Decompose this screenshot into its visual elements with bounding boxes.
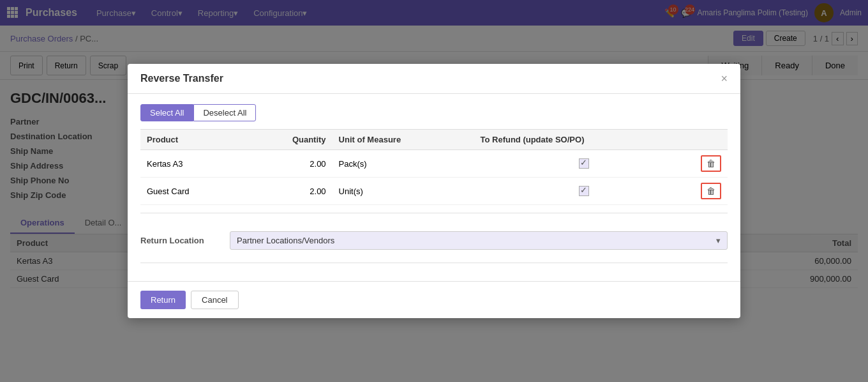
modal-col-qty: Quantity xyxy=(244,130,332,150)
modal-title: Reverse Transfer xyxy=(140,73,223,84)
divider-2 xyxy=(140,263,728,263)
refund-checkbox[interactable] xyxy=(579,186,589,196)
delete-row-button[interactable]: 🗑 xyxy=(701,155,721,172)
modal-cell-refund xyxy=(474,150,694,178)
return-location-select[interactable]: Partner Locations/Vendors ▾ xyxy=(230,231,728,250)
modal-cell-delete: 🗑 xyxy=(694,150,728,178)
modal-cell-refund xyxy=(474,178,694,205)
modal-col-uom: Unit of Measure xyxy=(333,130,474,150)
modal-cancel-button[interactable]: Cancel xyxy=(191,291,238,309)
modal-cell-product: Kertas A3 xyxy=(140,150,244,178)
modal-table-row: Guest Card 2.00 Unit(s) 🗑 xyxy=(140,178,728,205)
refund-checkbox[interactable] xyxy=(579,158,589,169)
modal-table-row: Kertas A3 2.00 Pack(s) 🗑 xyxy=(140,150,728,178)
modal-cell-uom: Pack(s) xyxy=(333,150,474,178)
select-all-button[interactable]: Select All xyxy=(140,104,193,121)
modal-col-refund: To Refund (update SO/PO) xyxy=(474,130,694,150)
modal-items-table: Product Quantity Unit of Measure To Refu… xyxy=(140,129,728,205)
return-location-label: Return Location xyxy=(140,236,217,245)
return-location-row: Return Location Partner Locations/Vendor… xyxy=(140,221,728,255)
select-btn-group: Select All Deselect All xyxy=(140,104,728,121)
modal-overlay[interactable]: Reverse Transfer × Select All Deselect A… xyxy=(0,0,868,382)
reverse-transfer-modal: Reverse Transfer × Select All Deselect A… xyxy=(128,64,740,318)
chevron-down-icon: ▾ xyxy=(716,236,721,245)
modal-cell-uom: Unit(s) xyxy=(333,178,474,205)
modal-cell-qty: 2.00 xyxy=(244,178,332,205)
modal-col-product: Product xyxy=(140,130,244,150)
modal-close-button[interactable]: × xyxy=(721,73,728,84)
deselect-all-button[interactable]: Deselect All xyxy=(193,104,256,121)
modal-return-button[interactable]: Return xyxy=(140,291,186,309)
delete-row-button[interactable]: 🗑 xyxy=(701,183,721,199)
modal-cell-delete: 🗑 xyxy=(694,178,728,205)
modal-footer: Return Cancel xyxy=(128,281,740,318)
modal-header: Reverse Transfer × xyxy=(128,64,740,94)
modal-body: Select All Deselect All Product Quantity… xyxy=(128,94,740,281)
divider-1 xyxy=(140,213,728,213)
modal-cell-qty: 2.00 xyxy=(244,150,332,178)
modal-cell-product: Guest Card xyxy=(140,178,244,205)
return-location-value: Partner Locations/Vendors xyxy=(237,236,334,245)
